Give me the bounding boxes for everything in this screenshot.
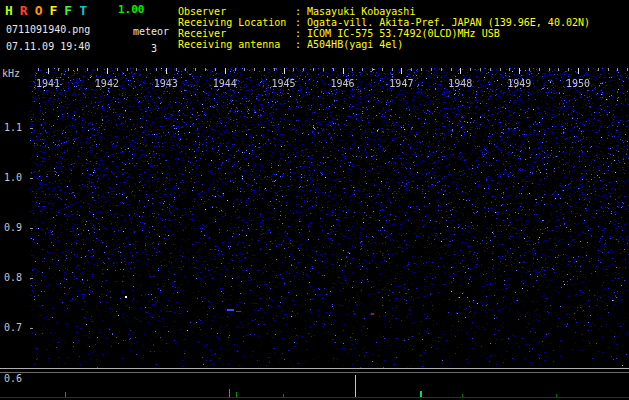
meter-tick: [236, 392, 237, 397]
spectrogram-canvas: [30, 68, 629, 368]
mode-label: meteor: [133, 27, 169, 37]
app-logo: HROFFT: [5, 3, 87, 18]
freq-tick-label: 1.0: [4, 173, 22, 183]
meter-tick: [355, 375, 356, 397]
app-version: 1.00: [118, 5, 145, 15]
logo-letter-t: T: [79, 3, 87, 18]
time-tick-label: 1945: [272, 79, 296, 89]
time-tick-label: 1947: [389, 79, 413, 89]
info-value: : Ogata-vill. Akita-Pref. JAPAN (139.96E…: [295, 17, 590, 28]
info-value: : ICOM IC-575 53.7492(0LCD)MHz USB: [295, 28, 500, 39]
time-tick-label: 1949: [507, 79, 531, 89]
meter-tick: [556, 394, 557, 397]
datetime-label: 07.11.09 19:40: [6, 42, 90, 52]
time-tick-label: 1948: [448, 79, 472, 89]
info-value: : Masayuki Kobayashi: [295, 6, 415, 17]
meter-top-line: [0, 368, 629, 369]
time-tick-label: 1950: [566, 79, 590, 89]
freq-tick-label: 0.6: [4, 374, 22, 384]
freq-tick-label: 0.8: [4, 273, 22, 283]
freq-tick-label: 0.7: [4, 323, 22, 333]
info-label: Receiving antenna: [178, 39, 295, 50]
freq-tick-label: 0.9: [4, 223, 22, 233]
echo-count: 3: [151, 44, 157, 54]
info-row: Receiving Location: Ogata-vill. Akita-Pr…: [178, 17, 590, 28]
meter-tick: [283, 394, 284, 397]
info-row: Receiver: ICOM IC-575 53.7492(0LCD)MHz U…: [178, 28, 590, 39]
meter-tick: [65, 392, 66, 397]
freq-unit-label: kHz: [2, 69, 20, 79]
logo-letter-r: R: [20, 3, 28, 18]
time-tick-label: 1944: [213, 79, 237, 89]
logo-letter-o: O: [35, 3, 43, 18]
station-info: Observer: Masayuki KobayashiReceiving Lo…: [178, 6, 590, 50]
meter-tick: [420, 391, 422, 397]
freq-tick-label: 1.1: [4, 123, 22, 133]
meter-tick: [462, 394, 463, 397]
time-tick-label: 1942: [95, 79, 119, 89]
meter-baseline: [0, 397, 629, 398]
meter-tick: [229, 389, 230, 397]
file-name: 0711091940.png: [6, 25, 90, 35]
logo-letter-f: F: [64, 3, 72, 18]
info-row: Receiving antenna: A504HB(yagi 4el): [178, 39, 590, 50]
time-tick-label: 1946: [330, 79, 354, 89]
hrofft-screen: HROFFT 1.00 0711091940.png meteor 07.11.…: [0, 0, 629, 400]
info-row: Observer: Masayuki Kobayashi: [178, 6, 590, 17]
time-tick-label: 1941: [36, 79, 60, 89]
logo-letter-f: F: [49, 3, 57, 18]
info-value: : A504HB(yagi 4el): [295, 39, 403, 50]
info-label: Receiving Location: [178, 17, 295, 28]
meter-second-line: [0, 372, 629, 373]
time-tick-label: 1943: [154, 79, 178, 89]
info-label: Receiver: [178, 28, 295, 39]
info-label: Observer: [178, 6, 295, 17]
logo-letter-h: H: [5, 3, 13, 18]
